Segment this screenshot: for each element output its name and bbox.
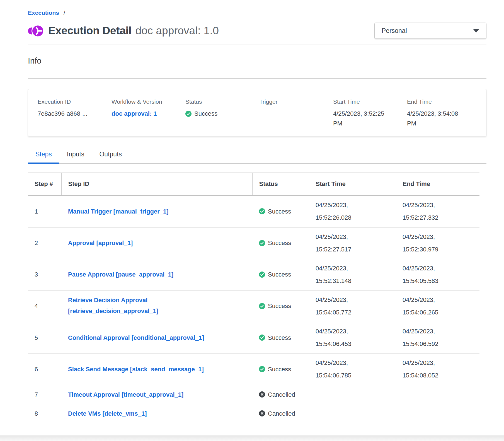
step-link[interactable]: Timeout Approval [timeout_approval_1] <box>68 389 183 400</box>
status-badge: Success <box>259 363 302 375</box>
info-field-workflow-version: Workflow & Versiondoc approval: 1 <box>112 98 185 128</box>
end-time: 04/25/2023, 15:52:27.332 <box>403 199 451 224</box>
step-status-cell: Success <box>252 227 309 259</box>
step-id-cell: Delete VMs [delete_vms_1] <box>61 404 252 423</box>
column-header-start-time: Start Time <box>309 173 396 195</box>
start-time: 04/25/2023, 15:54:06.453 <box>316 325 364 350</box>
breadcrumb: Executions / <box>28 8 486 16</box>
step-id-cell: Conditional Approval [conditional_approv… <box>61 322 252 353</box>
status-label: Cancelled <box>268 407 295 420</box>
step-link[interactable]: Manual Trigger [manual_trigger_1] <box>68 206 169 217</box>
table-row: 2Approval [approval_1]Success04/25/2023,… <box>28 227 479 259</box>
step-number: 6 <box>28 353 61 385</box>
header-divider <box>28 45 486 45</box>
step-end-time-cell: 04/25/2023, 15:54:06.265 <box>396 290 479 322</box>
step-number: 7 <box>28 385 61 404</box>
status-label: Success <box>268 205 291 218</box>
step-number: 1 <box>28 195 61 227</box>
field-label: End Time <box>407 98 466 105</box>
step-end-time-cell: 04/25/2023, 15:52:27.332 <box>396 195 479 227</box>
execution-detail-page: Executions / Execution Detail doc approv… <box>0 0 504 423</box>
step-id-cell: Approval [approval_1] <box>61 227 252 259</box>
status-badge: Cancelled <box>259 407 302 420</box>
table-row: 7Timeout Approval [timeout_approval_1]Ca… <box>28 385 479 404</box>
step-end-time-cell: 04/25/2023, 15:54:05.583 <box>396 259 479 290</box>
step-status-cell: Success <box>252 195 309 227</box>
status-label: Cancelled <box>268 388 295 401</box>
step-link[interactable]: Pause Approval [pause_approval_1] <box>68 269 173 280</box>
end-time: 04/25/2023, 15:54:06.265 <box>403 294 451 319</box>
end-time: 04/25/2023, 15:54:08.052 <box>403 357 451 382</box>
info-heading: Info <box>28 56 486 66</box>
status-label: Success <box>268 331 291 344</box>
field-value: 4/25/2023, 3:54:08 PM <box>407 109 466 128</box>
x-circle-icon <box>259 410 265 416</box>
info-field-status: StatusSuccess <box>185 98 259 128</box>
field-label: Execution ID <box>38 98 96 105</box>
column-header-end-time: End Time <box>396 173 479 195</box>
step-number: 3 <box>28 259 61 290</box>
status-badge: Success <box>259 268 302 281</box>
start-time: 04/25/2023, 15:54:05.772 <box>316 294 364 319</box>
step-id-cell: Retrieve Decision Approval [retrieve_dec… <box>61 290 252 322</box>
step-link[interactable]: Retrieve Decision Approval [retrieve_dec… <box>68 295 223 316</box>
step-id-cell: Pause Approval [pause_approval_1] <box>61 259 252 290</box>
page-bottom-edge <box>0 435 504 441</box>
check-circle-icon <box>259 208 265 214</box>
step-id-cell: Slack Send Message [slack_send_message_1… <box>61 353 252 385</box>
tabs: StepsInputsOutputs <box>28 146 486 164</box>
step-link[interactable]: Slack Send Message [slack_send_message_1… <box>68 364 204 375</box>
scope-select-value: Personal <box>382 27 407 35</box>
page-title: Execution Detail <box>48 25 132 37</box>
check-circle-icon <box>259 303 265 309</box>
field-label: Workflow & Version <box>112 98 170 105</box>
status-label: Success <box>268 300 291 312</box>
status-badge: Cancelled <box>259 388 302 401</box>
step-link[interactable]: Approval [approval_1] <box>68 238 133 249</box>
column-header-step-id: Step ID <box>61 173 252 195</box>
start-time: 04/25/2023, 15:52:31.148 <box>316 262 364 287</box>
info-field-execution-id: Execution ID7e8ac396-a868-... <box>38 98 112 128</box>
step-link[interactable]: Delete VMs [delete_vms_1] <box>68 408 147 419</box>
table-row: 6Slack Send Message [slack_send_message_… <box>28 353 479 385</box>
tab-steps[interactable]: Steps <box>28 146 59 164</box>
status-label: Success <box>268 237 291 249</box>
workflow-version-link[interactable]: doc approval: 1 <box>112 110 157 117</box>
field-label: Start Time <box>333 98 392 105</box>
start-time: 04/25/2023, 15:54:06.785 <box>316 357 364 382</box>
scope-select[interactable]: Personal <box>374 23 486 39</box>
page-subtitle: doc approval: 1.0 <box>135 25 219 37</box>
info-field-start-time: Start Time4/25/2023, 3:52:25 PM <box>333 98 407 128</box>
workflow-execution-icon <box>28 23 44 38</box>
breadcrumb-link-executions[interactable]: Executions <box>28 9 59 16</box>
step-end-time-cell: 04/25/2023, 15:54:06.592 <box>396 322 479 353</box>
step-end-time-cell: 04/25/2023, 15:54:08.052 <box>396 353 479 385</box>
execution-status: Success <box>185 109 244 118</box>
status-badge: Success <box>259 300 302 312</box>
tab-outputs[interactable]: Outputs <box>92 146 129 164</box>
check-circle-icon <box>259 272 265 278</box>
step-number: 4 <box>28 290 61 322</box>
step-status-cell: Success <box>252 322 309 353</box>
step-start-time-cell: 04/25/2023, 15:54:06.453 <box>309 322 396 353</box>
end-time: 04/25/2023, 15:54:06.592 <box>403 325 451 350</box>
tab-inputs[interactable]: Inputs <box>59 146 92 164</box>
step-status-cell: Cancelled <box>252 404 309 423</box>
steps-table: Step #Step IDStatusStart TimeEnd Time 1M… <box>28 173 479 423</box>
table-row: 3Pause Approval [pause_approval_1]Succes… <box>28 259 479 290</box>
x-circle-icon <box>259 391 265 398</box>
step-number: 8 <box>28 404 61 423</box>
status-label: Success <box>194 109 217 118</box>
page-header: Execution Detail doc approval: 1.0 Perso… <box>28 22 486 39</box>
info-field-trigger: Trigger <box>259 98 333 128</box>
step-start-time-cell: 04/25/2023, 15:52:31.148 <box>309 259 396 290</box>
step-end-time-cell <box>396 404 479 423</box>
info-divider <box>28 78 486 79</box>
step-start-time-cell: 04/25/2023, 15:52:27.517 <box>309 227 396 259</box>
step-link[interactable]: Conditional Approval [conditional_approv… <box>68 333 204 343</box>
step-start-time-cell <box>309 385 396 404</box>
step-status-cell: Success <box>252 353 309 385</box>
status-label: Success <box>268 363 291 375</box>
step-start-time-cell: 04/25/2023, 15:54:05.772 <box>309 290 396 322</box>
chevron-down-icon <box>473 29 479 33</box>
